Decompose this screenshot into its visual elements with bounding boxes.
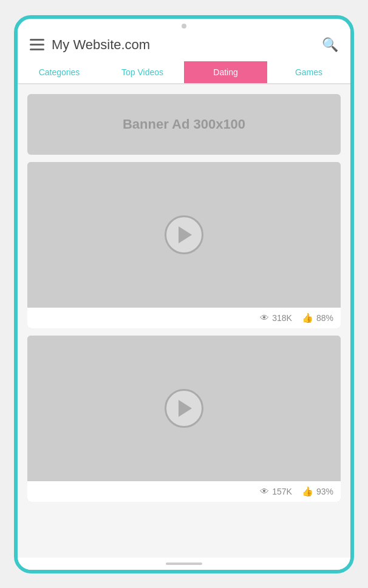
video-card-2[interactable]: 👁 157K 👍 93%: [27, 336, 341, 502]
menu-button[interactable]: [30, 39, 44, 50]
site-title: My Website.com: [52, 37, 150, 53]
play-triangle-icon-2: [179, 400, 192, 417]
device-bottom: [18, 558, 350, 570]
video-thumbnail-2: [27, 336, 341, 481]
play-button-1[interactable]: [165, 215, 203, 254]
banner-ad-text: Banner Ad 300x100: [123, 117, 245, 132]
tab-games[interactable]: Games: [267, 61, 350, 83]
views-icon-2: 👁: [260, 486, 269, 496]
views-count-1: 318K: [272, 313, 292, 323]
likes-count-1: 88%: [316, 313, 333, 323]
video-stats-1: 👁 318K 👍 88%: [27, 308, 341, 328]
main-content: Banner Ad 300x100 👁 318K 👍 88%: [18, 84, 350, 558]
views-icon-1: 👁: [260, 313, 269, 323]
search-icon[interactable]: 🔍: [322, 37, 338, 53]
tab-categories[interactable]: Categories: [18, 61, 101, 83]
views-stat-1: 👁 318K: [260, 313, 292, 323]
banner-ad: Banner Ad 300x100: [27, 94, 341, 155]
device-frame: My Website.com 🔍 Categories Top Videos D…: [14, 15, 354, 573]
home-indicator: [166, 563, 202, 565]
likes-icon-1: 👍: [302, 313, 313, 323]
play-button-2[interactable]: [165, 389, 203, 428]
views-count-2: 157K: [272, 487, 292, 496]
header: My Website.com 🔍: [18, 29, 350, 61]
likes-count-2: 93%: [316, 487, 333, 496]
device-camera: [182, 24, 186, 29]
video-card-1[interactable]: 👁 318K 👍 88%: [27, 162, 341, 328]
play-triangle-icon: [179, 226, 192, 243]
nav-tabs: Categories Top Videos Dating Games: [18, 61, 350, 84]
likes-icon-2: 👍: [302, 486, 313, 497]
likes-stat-1: 👍 88%: [302, 313, 333, 323]
likes-stat-2: 👍 93%: [302, 486, 333, 497]
header-left: My Website.com: [30, 37, 150, 53]
video-thumbnail-1: [27, 162, 341, 308]
tab-dating[interactable]: Dating: [184, 61, 267, 83]
video-stats-2: 👁 157K 👍 93%: [27, 481, 341, 502]
tab-top-videos[interactable]: Top Videos: [101, 61, 184, 83]
views-stat-2: 👁 157K: [260, 486, 292, 496]
